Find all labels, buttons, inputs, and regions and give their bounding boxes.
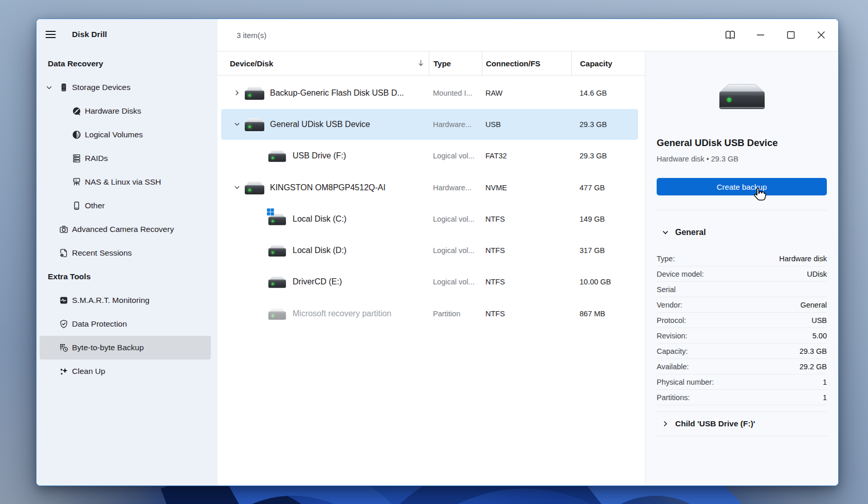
chevron-down-icon[interactable]: [234, 121, 240, 128]
property-row: Protocol:USB: [657, 313, 827, 328]
property-row: Partitions:1: [657, 390, 827, 405]
create-backup-button[interactable]: Create backup: [657, 178, 827, 195]
sidebar-item-smart-monitoring[interactable]: S.M.A.R.T. Monitoring: [40, 289, 211, 312]
sidebar-item-hardware-disks[interactable]: Hardware Disks: [40, 99, 211, 123]
chevron-right-icon: [662, 420, 669, 427]
main-area: 3 item(s) Dev: [218, 19, 838, 485]
desktop: { "app": { "title": "Disk Drill" }, "hea…: [0, 0, 868, 504]
property-row: Serial: [657, 282, 827, 297]
smart-pulse-icon: [59, 296, 68, 305]
table-row-drivercd-e[interactable]: DriverCD (E:) Logical vol... NTFS 10.00 …: [218, 266, 645, 298]
chevron-down-icon: [662, 229, 669, 236]
sidebar-item-label: Hardware Disks: [85, 106, 141, 116]
sidebar-item-label: Storage Devices: [72, 83, 131, 92]
sidebar-item-byte-to-byte-backup[interactable]: Byte-to-byte Backup: [40, 336, 211, 359]
sidebar-item-label: Byte-to-byte Backup: [72, 343, 144, 352]
column-header-capacity[interactable]: Capacity: [571, 51, 645, 75]
storage-device-icon: [59, 83, 68, 92]
drive-icon: [268, 150, 286, 162]
sidebar-item-logical-volumes[interactable]: Logical Volumes: [40, 123, 211, 147]
sidebar-item-raids[interactable]: RAIDs: [40, 147, 211, 170]
column-header-connection-fs[interactable]: Connection/FS: [482, 51, 571, 75]
sidebar-item-label: Logical Volumes: [85, 130, 143, 139]
table-row-usb-drive-f[interactable]: USB Drive (F:) Logical vol... FAT32 29.3…: [218, 140, 645, 172]
other-device-icon: [72, 201, 81, 210]
sidebar-item-label: RAIDs: [85, 154, 108, 163]
sidebar-item-label: Recent Sessions: [72, 248, 132, 258]
chevron-down-icon[interactable]: [234, 184, 240, 191]
drive-icon: [245, 118, 264, 131]
table-row-kingston-nvme[interactable]: KINGSTON OM8PGP4512Q-AI Hardware... NVME…: [218, 172, 645, 203]
hardware-disk-icon: [72, 106, 81, 116]
drive-illustration: [717, 83, 767, 111]
sidebar-item-label: Other: [85, 201, 105, 210]
system-drive-icon: [268, 213, 286, 225]
camera-icon: [59, 225, 68, 234]
table-body: Backup-Generic Flash Disk USB D... Mount…: [218, 76, 645, 485]
sidebar-item-label: NAS & Linux via SSH: [85, 177, 161, 187]
sidebar-item-storage-devices[interactable]: Storage Devices: [40, 76, 211, 99]
title-bar: 3 item(s): [218, 19, 838, 51]
table-row-backup-generic-flash-disk[interactable]: Backup-Generic Flash Disk USB D... Mount…: [218, 77, 645, 109]
sidebar: Disk Drill Data Recovery Storage Devices…: [37, 19, 218, 485]
sidebar-item-advanced-camera-recovery[interactable]: Advanced Camera Recovery: [40, 218, 211, 241]
property-row: Revision:5.00: [657, 328, 827, 344]
column-header-type[interactable]: Type: [429, 51, 482, 75]
sidebar-section-data-recovery: Data Recovery: [37, 52, 218, 76]
property-row: Physical number:1: [657, 374, 827, 390]
details-panel: General UDisk USB Device Hardware disk •…: [645, 51, 838, 485]
app-title: Disk Drill: [72, 30, 107, 39]
device-subtitle: Hardware disk • 29.3 GB: [657, 154, 827, 164]
property-row: Available:29.2 GB: [657, 359, 827, 374]
windows-logo-icon: [267, 208, 274, 215]
window-controls: [712, 24, 833, 46]
sidebar-item-other[interactable]: Other: [40, 194, 211, 218]
sidebar-item-clean-up[interactable]: Clean Up: [40, 359, 211, 383]
column-header-device-disk[interactable]: Device/Disk: [218, 51, 429, 75]
items-count: 3 item(s): [237, 31, 266, 40]
backup-grid-clock-icon: [59, 343, 68, 352]
property-row: Capacity:29.3 GB: [657, 344, 827, 359]
table-row-local-disk-d[interactable]: Local Disk (D:) Logical vol... NTFS 317 …: [218, 235, 645, 266]
property-row: Device model:UDisk: [657, 266, 827, 282]
table-row-local-disk-c[interactable]: Local Disk (C:) Logical vol... NTFS 149 …: [218, 203, 645, 235]
drive-icon: [268, 308, 286, 319]
hamburger-menu-icon[interactable]: [45, 26, 63, 43]
maximize-button[interactable]: [779, 24, 803, 46]
shield-check-icon: [59, 319, 68, 329]
general-section-header[interactable]: General: [657, 221, 827, 244]
minimize-button[interactable]: [749, 24, 772, 46]
raid-icon: [72, 154, 81, 163]
sidebar-item-label: Clean Up: [72, 367, 105, 376]
table-row-general-udisk[interactable]: General UDisk USB Device Hardware... USB…: [218, 109, 645, 140]
sidebar-item-recent-sessions[interactable]: Recent Sessions: [40, 241, 211, 265]
sidebar-item-label: S.M.A.R.T. Monitoring: [72, 296, 150, 305]
drive-icon: [268, 244, 286, 256]
device-table: Device/Disk Type Connection/FS Capacity: [218, 51, 645, 485]
table-header: Device/Disk Type Connection/FS Capacity: [218, 51, 645, 76]
sort-descending-icon[interactable]: [418, 60, 424, 67]
property-row: Type:Hardware disk: [657, 251, 827, 266]
sidebar-item-label: Advanced Camera Recovery: [72, 225, 174, 234]
table-row-microsoft-recovery-partition[interactable]: Microsoft recovery partition Partition N…: [218, 298, 645, 329]
sidebar-item-data-protection[interactable]: Data Protection: [40, 312, 211, 336]
drive-icon: [245, 86, 264, 100]
logical-volume-icon: [72, 130, 81, 139]
disk-drill-window: Disk Drill Data Recovery Storage Devices…: [36, 19, 839, 486]
sidebar-section-extra-tools: Extra Tools: [37, 265, 218, 289]
sparkles-icon: [59, 367, 68, 376]
sidebar-item-nas-linux-ssh[interactable]: NAS & Linux via SSH: [40, 170, 211, 194]
property-row: Vendor:General: [657, 297, 827, 313]
general-properties: Type:Hardware disk Device model:UDisk Se…: [657, 251, 827, 405]
manual-book-icon[interactable]: [718, 24, 742, 46]
chevron-down-icon[interactable]: [46, 84, 52, 91]
device-title: General UDisk USB Device: [657, 136, 827, 150]
sidebar-item-label: Data Protection: [72, 319, 127, 329]
child-usb-drive-section-header[interactable]: Child 'USB Drive (F:)': [657, 411, 827, 436]
nas-server-icon: [72, 177, 81, 187]
sidebar-header: Disk Drill: [37, 19, 218, 50]
chevron-right-icon[interactable]: [234, 89, 240, 96]
session-file-gear-icon: [59, 248, 68, 258]
close-button[interactable]: [809, 24, 833, 46]
drive-icon: [268, 276, 286, 288]
